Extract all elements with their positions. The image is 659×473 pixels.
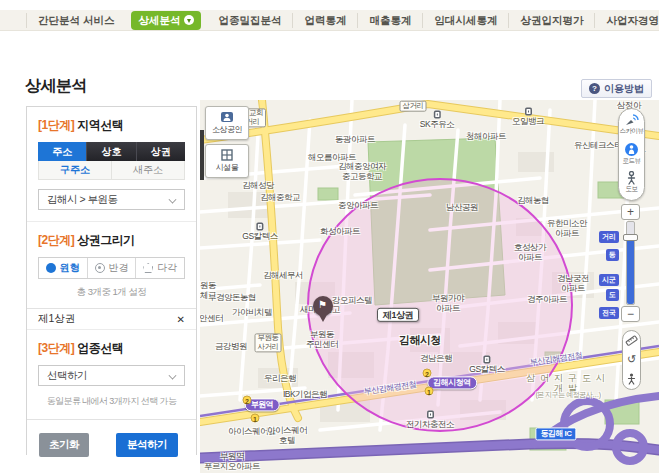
- trade-area-circle: [308, 179, 572, 431]
- help-label: 이용방법: [604, 82, 644, 96]
- skyview-button[interactable]: 스카이뷰: [620, 113, 644, 142]
- remove-area-button[interactable]: ✕: [177, 314, 185, 325]
- radius-icon: [95, 263, 105, 273]
- flag-icon: ⚑: [318, 299, 327, 311]
- step1-badge: [1단계]: [38, 118, 74, 132]
- undo-icon[interactable]: ↺: [624, 352, 639, 367]
- step3-section: [3단계]업종선택 선택하기 동일분류 내에서 3개까지 선택 가능: [27, 329, 196, 419]
- measure-icon[interactable]: [624, 333, 639, 348]
- reset-button[interactable]: 초기화: [39, 433, 89, 457]
- person-icon: [625, 171, 638, 185]
- merchant-layer-button[interactable]: 소상공인: [205, 106, 249, 140]
- page-title: 상세분석: [25, 76, 87, 97]
- tool-polygon[interactable]: 다각: [135, 258, 184, 278]
- panel-footer: 초기화 분석하기: [27, 419, 196, 457]
- trade-area-name: 제1상권: [38, 312, 75, 326]
- tool-circle[interactable]: 원형: [39, 258, 87, 278]
- trade-area-row: 제1상권 ✕: [27, 308, 196, 329]
- nav-active-icon: [184, 15, 194, 25]
- step2-title: 상권그리기: [77, 233, 135, 247]
- tool-radius[interactable]: 반경: [87, 258, 136, 278]
- map-tool-pill: ↺: [622, 330, 641, 390]
- step1-title: 지역선택: [77, 118, 123, 132]
- zoom-control: + −: [621, 204, 640, 322]
- facility-icon: [220, 149, 234, 161]
- merchant-icon: [220, 111, 234, 123]
- roadview-icon: [624, 142, 639, 157]
- zoom-slider-handle[interactable]: [623, 234, 638, 241]
- region-tab[interactable]: 상권: [136, 142, 185, 161]
- step1-section: [1단계]지역선택 주소상호상권 구주소새주소 김해시 > 부원동: [27, 107, 196, 221]
- nav-item[interactable]: 상세분석: [131, 11, 201, 30]
- nav-item[interactable]: 상권입지평가: [508, 13, 594, 28]
- address-subtabs: 구주소새주소: [38, 161, 185, 180]
- facility-layer-button[interactable]: 시설물: [205, 144, 249, 178]
- region-tab[interactable]: 상호: [86, 142, 135, 161]
- map-view-controls: 스카이뷰 로드뷰 도보: [618, 108, 645, 201]
- map-marker-pin: ⚑: [313, 296, 333, 316]
- accessibility-icon[interactable]: [624, 372, 639, 387]
- skyview-icon: [624, 113, 640, 127]
- map-canvas[interactable]: 제일교회 사거리동광아파트해오름아파트김해성당김해중학교GS칼텍스김해세무서화성…: [200, 100, 659, 473]
- main-nav: 간단분석 서비스 상세분석 업종밀집분석 업력통계 매출통계 임대시세통계 상권…: [0, 10, 659, 31]
- nav-item[interactable]: 사업자경영평가: [594, 13, 659, 28]
- step2-badge: [2단계]: [38, 233, 74, 247]
- circle-icon: [46, 263, 56, 273]
- zoom-slider[interactable]: [626, 221, 635, 305]
- help-button[interactable]: ? 이용방법: [581, 79, 652, 98]
- nav-item[interactable]: 간단분석 서비스: [26, 13, 125, 28]
- category-note: 동일분류 내에서 3개까지 선택 가능: [38, 395, 185, 408]
- zoom-slider-fill: [627, 240, 634, 304]
- panel-edge-handle: [200, 130, 204, 180]
- region-tabs: 주소상호상권: [38, 142, 185, 161]
- region-select[interactable]: 김해시 > 부원동: [38, 189, 185, 210]
- address-subtab[interactable]: 구주소: [39, 161, 111, 179]
- walk-button[interactable]: 도보: [625, 171, 638, 200]
- question-icon: ?: [589, 83, 600, 94]
- nav-item[interactable]: 임대시세통계: [422, 13, 508, 28]
- draw-tools: 원형 반경 다각: [38, 257, 185, 279]
- chevron-down-icon: [169, 372, 177, 380]
- analyze-button[interactable]: 분석하기: [116, 433, 178, 457]
- step3-title: 업종선택: [77, 341, 123, 355]
- polygon-icon: [143, 263, 153, 273]
- map-basemap: [200, 100, 659, 473]
- category-select[interactable]: 선택하기: [38, 365, 185, 386]
- chevron-down-icon: [169, 196, 177, 204]
- nav-item[interactable]: 업력통계: [292, 13, 357, 28]
- analysis-panel: [1단계]지역선택 주소상호상권 구주소새주소 김해시 > 부원동 [2단계]상…: [26, 106, 197, 455]
- step2-section: [2단계]상권그리기 원형 반경 다각 총 3개중 1개 설정 제1상권 ✕: [27, 221, 196, 329]
- region-tab[interactable]: 주소: [38, 142, 86, 161]
- roadview-button[interactable]: 로드뷰: [623, 142, 641, 171]
- step3-badge: [3단계]: [38, 341, 74, 355]
- address-subtab[interactable]: 새주소: [111, 161, 184, 179]
- zoom-out-button[interactable]: −: [621, 306, 640, 322]
- area-count-note: 총 3개중 1개 설정: [38, 286, 185, 299]
- nav-item[interactable]: 업종밀집분석: [207, 13, 292, 28]
- nav-item[interactable]: 매출통계: [357, 13, 422, 28]
- zoom-in-button[interactable]: +: [621, 204, 640, 220]
